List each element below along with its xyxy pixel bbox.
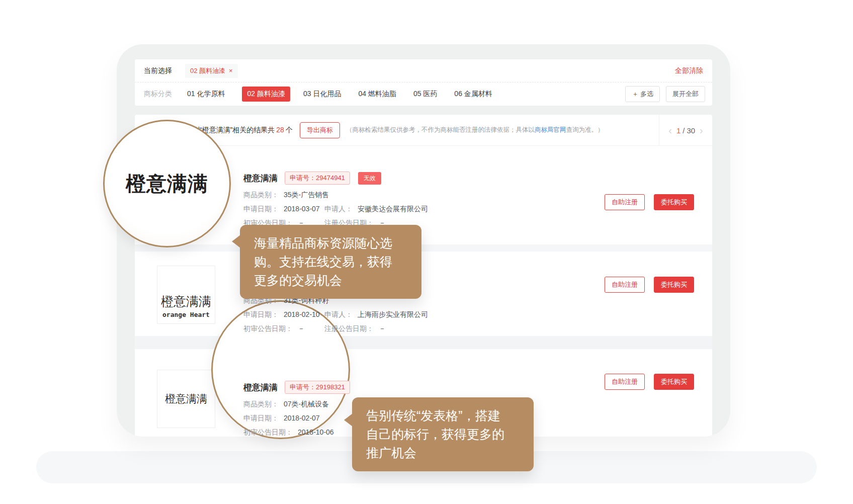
self-register-button[interactable]: 自助注册 xyxy=(605,374,645,390)
remove-tag-icon[interactable]: × xyxy=(229,67,233,74)
field-label: 商品类别： xyxy=(243,191,279,200)
category-item-01[interactable]: 01 化学原料 xyxy=(187,90,225,99)
field-label: 初审公告日期： xyxy=(243,324,293,333)
next-page-icon[interactable]: › xyxy=(695,125,708,135)
results-summary-suffix: 个 xyxy=(286,126,293,134)
field-label: 商品类别： xyxy=(243,400,279,409)
magnifier-circle-large: 橙意满满 xyxy=(103,120,231,247)
row-actions: 自助注册 委托购买 xyxy=(605,374,694,390)
selected-filter-tag-label: 02 颜料油漆 xyxy=(190,66,225,75)
field-value: 2018-02-07 xyxy=(284,414,320,423)
current-page: 1 xyxy=(676,126,680,135)
clear-all-link[interactable]: 全部清除 xyxy=(675,66,703,75)
field-value: 35类-广告销售 xyxy=(284,191,329,200)
field-value: 2018-02-10 xyxy=(284,310,320,319)
category-item-03[interactable]: 03 日化用品 xyxy=(303,90,341,99)
total-pages: 30 xyxy=(687,126,695,135)
entrust-buy-button[interactable]: 委托购买 xyxy=(654,277,694,293)
disclaimer-prefix: （商标检索结果仅供参考，不作为商标能否注册的法律依据；具体以 xyxy=(346,126,535,133)
disclaimer-suffix: 查询为准。） xyxy=(566,126,604,133)
page-separator: / xyxy=(683,126,685,135)
prev-page-icon[interactable]: ‹ xyxy=(664,125,676,135)
self-register-button[interactable]: 自助注册 xyxy=(605,194,645,210)
results-disclaimer: （商标检索结果仅供参考，不作为商标能否注册的法律依据；具体以商标局官网查询为准。… xyxy=(346,126,604,134)
self-register-button[interactable]: 自助注册 xyxy=(605,277,645,293)
field-value: 2018-10-06 xyxy=(298,428,334,437)
results-header: 当前分类下检索到“橙意满满”相关的结果共28个 导出商标 （商标检索结果仅供参考… xyxy=(135,115,712,146)
category-item-06[interactable]: 06 金属材料 xyxy=(454,90,492,99)
field-value: 2018-03-07 xyxy=(284,205,320,214)
field-label: 申请日期： xyxy=(243,310,279,319)
field-value: 安徽美达会展有限公司 xyxy=(358,205,428,214)
field-label: 申请日期： xyxy=(243,414,279,423)
magnified-trademark-text: 橙意满满 xyxy=(126,170,208,198)
trademark-image-subtext: orange Heart xyxy=(162,311,210,318)
field-label: 申请日期： xyxy=(243,205,279,214)
result-row: 橙意满满 orange Heart 橙意满满 申请号：29482153 已注册 … xyxy=(135,251,712,336)
trademark-office-link[interactable]: 商标局官网 xyxy=(535,126,566,133)
field-label: 申请人： xyxy=(324,310,353,319)
entrust-buy-button[interactable]: 委托购买 xyxy=(654,194,694,210)
category-item-05[interactable]: 05 医药 xyxy=(413,90,437,99)
field-value: 07类-机械设备 xyxy=(284,400,329,409)
trademark-image: 橙意满满 xyxy=(157,370,215,428)
current-selection-label: 当前选择 xyxy=(144,66,172,75)
trademark-image-text: 橙意满满 xyxy=(165,392,207,406)
row-actions: 自助注册 委托购买 xyxy=(605,194,694,210)
row-actions: 自助注册 委托购买 xyxy=(605,277,694,293)
app-window: 当前选择 02 颜料油漆 × 全部清除 商标分类 01 化学原料 02 颜料油漆… xyxy=(117,44,730,437)
multi-select-button[interactable]: ＋ 多选 xyxy=(625,86,660,102)
trademark-name: 橙意满满 xyxy=(243,382,278,393)
field-label: 初审公告日期： xyxy=(243,428,293,437)
filter-panel: 当前选择 02 颜料油漆 × 全部清除 商标分类 01 化学原料 02 颜料油漆… xyxy=(135,59,712,106)
application-number-badge: 申请号：29474941 xyxy=(285,172,350,185)
page-background: 当前选择 02 颜料油漆 × 全部清除 商标分类 01 化学原料 02 颜料油漆… xyxy=(0,0,853,504)
field-label: 申请人： xyxy=(324,205,353,214)
field-value: 上海雨步实业有限公司 xyxy=(358,310,428,319)
field-label: 注册公告日期： xyxy=(324,324,374,333)
category-row: 商标分类 01 化学原料 02 颜料油漆 03 日化用品 04 燃料油脂 05 … xyxy=(135,82,712,105)
trademark-image: 橙意满满 orange Heart xyxy=(157,266,215,324)
result-row-content: 橙意满满 申请号：29474941 无效 商品类别： 35类-广告销售 申请日期… xyxy=(243,172,428,230)
row-separator xyxy=(135,244,712,251)
status-badge: 无效 xyxy=(358,172,381,185)
selected-filter-tag[interactable]: 02 颜料油漆 × xyxy=(185,64,238,78)
expand-all-button[interactable]: 展开全部 xyxy=(666,86,705,102)
category-row-label: 商标分类 xyxy=(144,90,172,99)
export-trademarks-button[interactable]: 导出商标 xyxy=(300,122,340,138)
application-number-badge: 申请号：29198321 xyxy=(285,381,350,394)
current-selection-row: 当前选择 02 颜料油漆 × 全部清除 xyxy=(135,59,712,82)
pagination: ‹ 1 / 30 › xyxy=(659,115,712,146)
entrust-buy-button[interactable]: 委托购买 xyxy=(654,374,694,390)
field-value: － xyxy=(298,324,305,333)
results-count: 28 xyxy=(275,126,286,134)
category-tools: ＋ 多选 展开全部 xyxy=(619,86,705,102)
result-row-content: 橙意满满 申请号：29198321 商品类别： 07类-机械设备 申请日期： 2… xyxy=(243,381,350,437)
callout-buy-trademarks: 海量精品商标资源随心选 购。支持在线交易，获得 更多的交易机会 xyxy=(240,225,421,299)
field-value: － xyxy=(379,324,386,333)
category-item-04[interactable]: 04 燃料油脂 xyxy=(358,90,396,99)
callout-build-storefront: 告别传统“发表格”，搭建 自己的标行，获得更多的 推广机会 xyxy=(352,397,534,471)
trademark-image-text: 橙意满满 xyxy=(161,293,211,310)
category-item-02-active[interactable]: 02 颜料油漆 xyxy=(242,87,290,102)
trademark-name: 橙意满满 xyxy=(243,173,278,184)
